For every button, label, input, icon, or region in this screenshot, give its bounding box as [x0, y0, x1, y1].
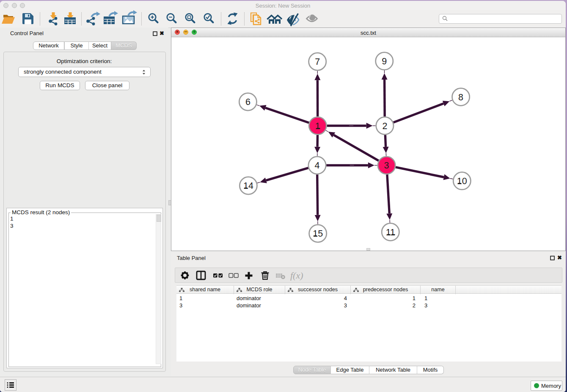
- svg-text:9: 9: [382, 56, 387, 66]
- svg-text:14: 14: [243, 181, 253, 191]
- svg-text:15: 15: [313, 229, 323, 239]
- svg-text:6: 6: [245, 97, 250, 107]
- svg-text:4: 4: [315, 160, 320, 171]
- svg-text:10: 10: [457, 176, 467, 186]
- svg-text:3: 3: [384, 160, 389, 171]
- svg-text:1: 1: [315, 121, 320, 131]
- svg-text:8: 8: [458, 92, 463, 102]
- svg-text:f(x): f(x): [290, 270, 303, 281]
- svg-text:7: 7: [315, 57, 320, 67]
- svg-text:11: 11: [386, 227, 395, 237]
- svg-text:2: 2: [382, 121, 387, 131]
